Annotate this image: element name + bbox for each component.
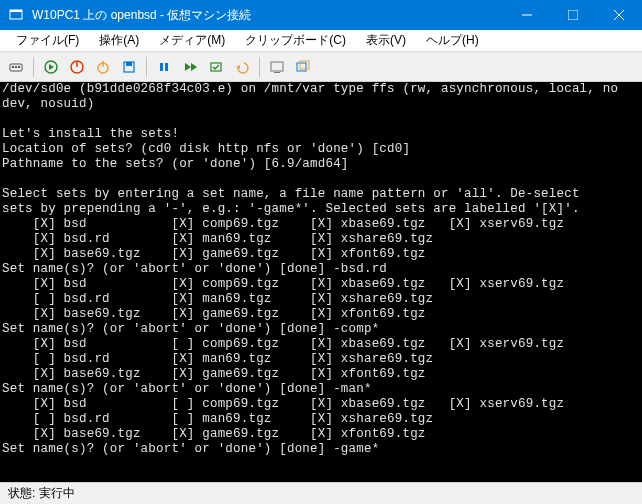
- svg-rect-27: [300, 61, 309, 69]
- svg-rect-7: [12, 66, 14, 68]
- svg-rect-19: [165, 63, 168, 71]
- window-title: W10PC1 上の openbsd - 仮想マシン接続: [32, 7, 504, 24]
- turnoff-button[interactable]: [65, 55, 89, 79]
- status-label: 状態: 実行中: [8, 485, 75, 502]
- separator: [33, 57, 34, 77]
- statusbar: 状態: 実行中: [0, 482, 642, 504]
- svg-rect-22: [211, 63, 221, 71]
- svg-rect-1: [10, 10, 22, 12]
- ctrl-alt-del-button[interactable]: [4, 55, 28, 79]
- share-button[interactable]: [291, 55, 315, 79]
- save-button[interactable]: [117, 55, 141, 79]
- svg-rect-25: [274, 72, 280, 73]
- svg-rect-24: [271, 62, 283, 71]
- svg-marker-11: [49, 64, 54, 70]
- menu-file[interactable]: ファイル(F): [6, 30, 89, 51]
- svg-rect-9: [18, 66, 20, 68]
- svg-rect-18: [160, 63, 163, 71]
- start-button[interactable]: [39, 55, 63, 79]
- terminal-output[interactable]: /dev/sd0e (b91dde0268f34c03.e) on /mnt/v…: [0, 82, 642, 482]
- svg-rect-3: [568, 10, 578, 20]
- separator: [259, 57, 260, 77]
- minimize-button[interactable]: [504, 0, 550, 30]
- svg-rect-8: [15, 66, 17, 68]
- close-button[interactable]: [596, 0, 642, 30]
- reset-button[interactable]: [178, 55, 202, 79]
- separator: [146, 57, 147, 77]
- app-icon: [8, 7, 24, 23]
- checkpoint-button[interactable]: [204, 55, 228, 79]
- menubar: ファイル(F) 操作(A) メディア(M) クリップボード(C) 表示(V) ヘ…: [0, 30, 642, 52]
- titlebar: W10PC1 上の openbsd - 仮想マシン接続: [0, 0, 642, 30]
- svg-marker-20: [185, 63, 191, 71]
- svg-marker-21: [191, 63, 197, 71]
- menu-help[interactable]: ヘルプ(H): [416, 30, 489, 51]
- menu-view[interactable]: 表示(V): [356, 30, 416, 51]
- menu-clipboard[interactable]: クリップボード(C): [235, 30, 356, 51]
- shutdown-button[interactable]: [91, 55, 115, 79]
- menu-media[interactable]: メディア(M): [149, 30, 235, 51]
- svg-rect-26: [297, 63, 306, 71]
- window-controls: [504, 0, 642, 30]
- svg-rect-17: [126, 62, 132, 66]
- revert-button[interactable]: [230, 55, 254, 79]
- maximize-button[interactable]: [550, 0, 596, 30]
- menu-action[interactable]: 操作(A): [89, 30, 149, 51]
- toolbar: [0, 52, 642, 82]
- enhanced-session-button[interactable]: [265, 55, 289, 79]
- pause-button[interactable]: [152, 55, 176, 79]
